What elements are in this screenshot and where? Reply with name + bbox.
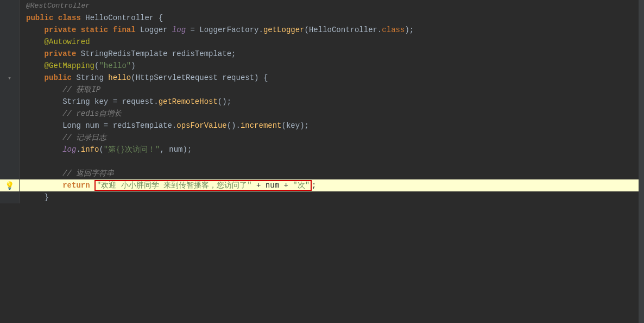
code-text-blank	[20, 156, 644, 167]
lightbulb-icon[interactable]: 💡	[5, 181, 14, 190]
code-line-14: // 返回字符串	[0, 167, 644, 179]
gutter-8	[0, 96, 20, 108]
code-text-6: public String hello(HttpServletRequest r…	[20, 72, 644, 84]
cut-text: @RestController	[20, 0, 644, 12]
code-text-7: // 获取IP	[20, 84, 644, 96]
code-line-9: // redis自增长	[0, 108, 644, 120]
gutter-16	[0, 191, 20, 203]
code-text-9: // redis自增长	[20, 108, 644, 120]
gutter-9	[0, 108, 20, 120]
code-text-11: // 记录日志	[20, 132, 644, 144]
code-line-6: ▾ public String hello(HttpServletRequest…	[0, 72, 644, 84]
code-line-7: // 获取IP	[0, 84, 644, 96]
gutter-2	[0, 24, 20, 36]
code-text-16: }	[20, 191, 644, 203]
code-line-16: }	[0, 191, 644, 203]
code-line-10: Long num = redisTemplate.opsForValue().i…	[0, 120, 644, 132]
gutter-cut	[0, 0, 20, 12]
gutter-4	[0, 48, 20, 60]
code-text-8: String key = request.getRemoteHost();	[20, 96, 644, 108]
gutter-blank	[0, 156, 20, 167]
gutter-1	[0, 12, 20, 24]
code-line-8: String key = request.getRemoteHost();	[0, 96, 644, 108]
code-line-blank	[0, 156, 644, 167]
code-line-15: 💡 return "欢迎 小小胖同学 来到传智播客，您访问了" + num + …	[0, 179, 644, 191]
code-line-3: @Autowired	[0, 36, 644, 48]
code-text-3: @Autowired	[20, 36, 644, 48]
fold-icon[interactable]: ▾	[8, 74, 11, 82]
code-line-4: private StringRedisTemplate redisTemplat…	[0, 48, 644, 60]
scrollbar[interactable]	[639, 0, 644, 323]
code-text-12: log.info("第{}次访问！", num);	[20, 144, 644, 156]
code-line-12: log.info("第{}次访问！", num);	[0, 144, 644, 156]
gutter-14	[0, 167, 20, 179]
gutter-15: 💡	[0, 179, 20, 191]
code-text-4: private StringRedisTemplate redisTemplat…	[20, 48, 644, 60]
gutter-6: ▾	[0, 72, 20, 84]
code-text-1: public class HelloController {	[20, 12, 644, 24]
code-line-2: private static final Logger log = Logger…	[0, 24, 644, 36]
gutter-7	[0, 84, 20, 96]
code-text-2: private static final Logger log = Logger…	[20, 24, 644, 36]
code-line-1: public class HelloController {	[0, 12, 644, 24]
code-text-5: @GetMapping("hello")	[20, 60, 644, 72]
gutter-12	[0, 144, 20, 156]
gutter-3	[0, 36, 20, 48]
gutter-10	[0, 120, 20, 132]
gutter-11	[0, 132, 20, 144]
code-text-14: // 返回字符串	[20, 167, 644, 179]
code-editor: @RestController public class HelloContro…	[0, 0, 644, 323]
cut-line: @RestController	[0, 0, 644, 12]
code-text-15: return "欢迎 小小胖同学 来到传智播客，您访问了" + num + "次…	[20, 179, 644, 191]
code-text-10: Long num = redisTemplate.opsForValue().i…	[20, 120, 644, 132]
gutter-5	[0, 60, 20, 72]
code-line-11: // 记录日志	[0, 132, 644, 144]
code-line-5: @GetMapping("hello")	[0, 60, 644, 72]
